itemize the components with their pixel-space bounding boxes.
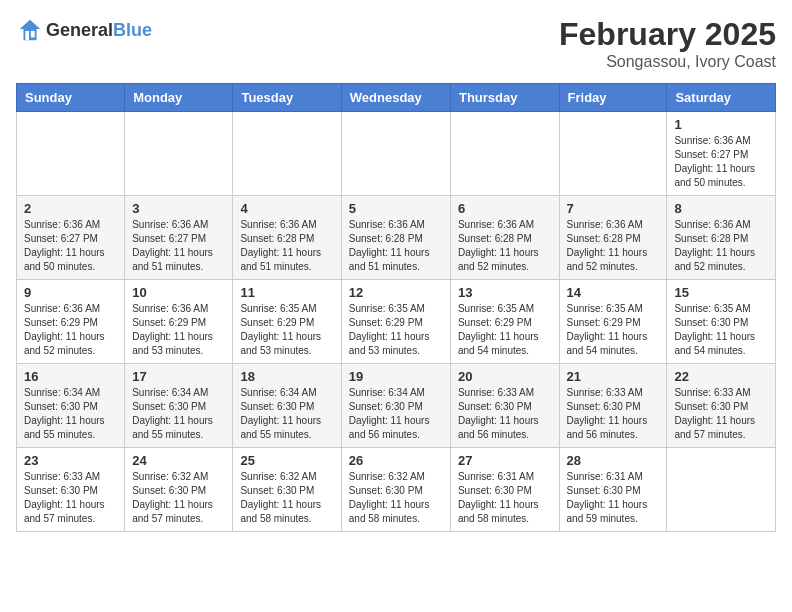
location-subtitle: Songassou, Ivory Coast — [559, 53, 776, 71]
day-info: Sunrise: 6:36 AM Sunset: 6:28 PM Dayligh… — [567, 218, 660, 274]
calendar-cell: 15Sunrise: 6:35 AM Sunset: 6:30 PM Dayli… — [667, 280, 776, 364]
calendar-cell — [559, 112, 667, 196]
day-info: Sunrise: 6:33 AM Sunset: 6:30 PM Dayligh… — [458, 386, 552, 442]
calendar-week-row: 2Sunrise: 6:36 AM Sunset: 6:27 PM Daylig… — [17, 196, 776, 280]
day-number: 2 — [24, 201, 117, 216]
weekday-header-cell: Thursday — [450, 84, 559, 112]
day-number: 6 — [458, 201, 552, 216]
weekday-header-cell: Sunday — [17, 84, 125, 112]
calendar-cell: 4Sunrise: 6:36 AM Sunset: 6:28 PM Daylig… — [233, 196, 341, 280]
calendar-cell: 18Sunrise: 6:34 AM Sunset: 6:30 PM Dayli… — [233, 364, 341, 448]
calendar-cell: 27Sunrise: 6:31 AM Sunset: 6:30 PM Dayli… — [450, 448, 559, 532]
day-info: Sunrise: 6:34 AM Sunset: 6:30 PM Dayligh… — [24, 386, 117, 442]
day-number: 10 — [132, 285, 225, 300]
day-info: Sunrise: 6:36 AM Sunset: 6:27 PM Dayligh… — [132, 218, 225, 274]
calendar-cell — [450, 112, 559, 196]
weekday-header-cell: Monday — [125, 84, 233, 112]
day-number: 9 — [24, 285, 117, 300]
weekday-header-row: SundayMondayTuesdayWednesdayThursdayFrid… — [17, 84, 776, 112]
day-info: Sunrise: 6:34 AM Sunset: 6:30 PM Dayligh… — [132, 386, 225, 442]
day-info: Sunrise: 6:36 AM Sunset: 6:27 PM Dayligh… — [24, 218, 117, 274]
day-number: 11 — [240, 285, 333, 300]
day-info: Sunrise: 6:31 AM Sunset: 6:30 PM Dayligh… — [458, 470, 552, 526]
calendar-cell: 14Sunrise: 6:35 AM Sunset: 6:29 PM Dayli… — [559, 280, 667, 364]
weekday-header-cell: Friday — [559, 84, 667, 112]
calendar-week-row: 16Sunrise: 6:34 AM Sunset: 6:30 PM Dayli… — [17, 364, 776, 448]
svg-rect-2 — [25, 31, 29, 40]
day-number: 3 — [132, 201, 225, 216]
day-info: Sunrise: 6:34 AM Sunset: 6:30 PM Dayligh… — [240, 386, 333, 442]
month-title: February 2025 — [559, 16, 776, 53]
calendar-cell: 19Sunrise: 6:34 AM Sunset: 6:30 PM Dayli… — [341, 364, 450, 448]
calendar-cell: 6Sunrise: 6:36 AM Sunset: 6:28 PM Daylig… — [450, 196, 559, 280]
calendar-cell: 25Sunrise: 6:32 AM Sunset: 6:30 PM Dayli… — [233, 448, 341, 532]
logo-text-general: General — [46, 20, 113, 40]
day-info: Sunrise: 6:35 AM Sunset: 6:29 PM Dayligh… — [458, 302, 552, 358]
weekday-header-cell: Tuesday — [233, 84, 341, 112]
calendar-week-row: 9Sunrise: 6:36 AM Sunset: 6:29 PM Daylig… — [17, 280, 776, 364]
day-number: 8 — [674, 201, 768, 216]
calendar-cell: 9Sunrise: 6:36 AM Sunset: 6:29 PM Daylig… — [17, 280, 125, 364]
day-info: Sunrise: 6:34 AM Sunset: 6:30 PM Dayligh… — [349, 386, 443, 442]
day-info: Sunrise: 6:36 AM Sunset: 6:27 PM Dayligh… — [674, 134, 768, 190]
day-number: 17 — [132, 369, 225, 384]
day-number: 21 — [567, 369, 660, 384]
day-info: Sunrise: 6:33 AM Sunset: 6:30 PM Dayligh… — [24, 470, 117, 526]
day-number: 13 — [458, 285, 552, 300]
weekday-header-cell: Saturday — [667, 84, 776, 112]
day-number: 7 — [567, 201, 660, 216]
calendar-cell — [667, 448, 776, 532]
day-info: Sunrise: 6:36 AM Sunset: 6:28 PM Dayligh… — [458, 218, 552, 274]
calendar-cell: 11Sunrise: 6:35 AM Sunset: 6:29 PM Dayli… — [233, 280, 341, 364]
calendar-cell: 7Sunrise: 6:36 AM Sunset: 6:28 PM Daylig… — [559, 196, 667, 280]
calendar-cell: 2Sunrise: 6:36 AM Sunset: 6:27 PM Daylig… — [17, 196, 125, 280]
day-info: Sunrise: 6:36 AM Sunset: 6:28 PM Dayligh… — [240, 218, 333, 274]
calendar-cell: 17Sunrise: 6:34 AM Sunset: 6:30 PM Dayli… — [125, 364, 233, 448]
calendar-cell: 12Sunrise: 6:35 AM Sunset: 6:29 PM Dayli… — [341, 280, 450, 364]
day-info: Sunrise: 6:36 AM Sunset: 6:28 PM Dayligh… — [349, 218, 443, 274]
day-info: Sunrise: 6:32 AM Sunset: 6:30 PM Dayligh… — [240, 470, 333, 526]
day-number: 28 — [567, 453, 660, 468]
day-info: Sunrise: 6:35 AM Sunset: 6:29 PM Dayligh… — [567, 302, 660, 358]
day-number: 19 — [349, 369, 443, 384]
day-number: 23 — [24, 453, 117, 468]
weekday-header-cell: Wednesday — [341, 84, 450, 112]
day-number: 22 — [674, 369, 768, 384]
calendar-cell — [125, 112, 233, 196]
calendar-cell: 1Sunrise: 6:36 AM Sunset: 6:27 PM Daylig… — [667, 112, 776, 196]
day-info: Sunrise: 6:35 AM Sunset: 6:29 PM Dayligh… — [349, 302, 443, 358]
title-area: February 2025 Songassou, Ivory Coast — [559, 16, 776, 71]
calendar-cell: 8Sunrise: 6:36 AM Sunset: 6:28 PM Daylig… — [667, 196, 776, 280]
calendar-week-row: 1Sunrise: 6:36 AM Sunset: 6:27 PM Daylig… — [17, 112, 776, 196]
day-info: Sunrise: 6:32 AM Sunset: 6:30 PM Dayligh… — [132, 470, 225, 526]
day-number: 26 — [349, 453, 443, 468]
day-info: Sunrise: 6:35 AM Sunset: 6:30 PM Dayligh… — [674, 302, 768, 358]
calendar-cell: 10Sunrise: 6:36 AM Sunset: 6:29 PM Dayli… — [125, 280, 233, 364]
calendar-cell — [17, 112, 125, 196]
day-info: Sunrise: 6:36 AM Sunset: 6:29 PM Dayligh… — [132, 302, 225, 358]
day-info: Sunrise: 6:36 AM Sunset: 6:28 PM Dayligh… — [674, 218, 768, 274]
day-number: 25 — [240, 453, 333, 468]
day-number: 27 — [458, 453, 552, 468]
day-info: Sunrise: 6:32 AM Sunset: 6:30 PM Dayligh… — [349, 470, 443, 526]
calendar-cell: 28Sunrise: 6:31 AM Sunset: 6:30 PM Dayli… — [559, 448, 667, 532]
header: GeneralBlue February 2025 Songassou, Ivo… — [16, 16, 776, 71]
calendar-cell: 24Sunrise: 6:32 AM Sunset: 6:30 PM Dayli… — [125, 448, 233, 532]
day-info: Sunrise: 6:33 AM Sunset: 6:30 PM Dayligh… — [567, 386, 660, 442]
day-number: 18 — [240, 369, 333, 384]
logo: GeneralBlue — [16, 16, 152, 44]
calendar-cell: 26Sunrise: 6:32 AM Sunset: 6:30 PM Dayli… — [341, 448, 450, 532]
day-number: 4 — [240, 201, 333, 216]
day-info: Sunrise: 6:35 AM Sunset: 6:29 PM Dayligh… — [240, 302, 333, 358]
logo-icon — [16, 16, 44, 44]
day-number: 20 — [458, 369, 552, 384]
calendar-cell: 3Sunrise: 6:36 AM Sunset: 6:27 PM Daylig… — [125, 196, 233, 280]
day-number: 14 — [567, 285, 660, 300]
day-number: 24 — [132, 453, 225, 468]
calendar-table: SundayMondayTuesdayWednesdayThursdayFrid… — [16, 83, 776, 532]
calendar-cell: 20Sunrise: 6:33 AM Sunset: 6:30 PM Dayli… — [450, 364, 559, 448]
calendar-body: 1Sunrise: 6:36 AM Sunset: 6:27 PM Daylig… — [17, 112, 776, 532]
calendar-cell: 5Sunrise: 6:36 AM Sunset: 6:28 PM Daylig… — [341, 196, 450, 280]
calendar-cell — [341, 112, 450, 196]
logo-text-blue: Blue — [113, 20, 152, 40]
